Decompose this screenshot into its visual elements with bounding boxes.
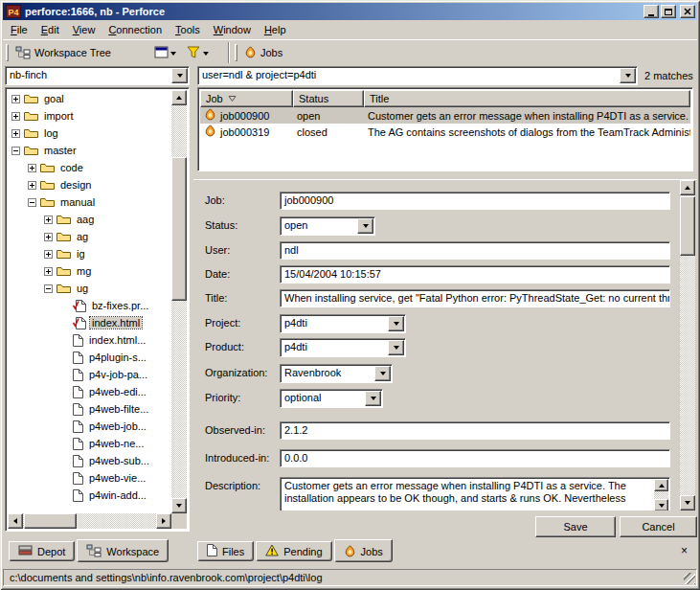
jobs-filter-combo[interactable]: user=ndl & project=p4dti — [197, 66, 638, 85]
expander-icon[interactable] — [44, 233, 53, 241]
close-button[interactable] — [680, 5, 695, 18]
tab-pending[interactable]: Pending — [256, 541, 331, 561]
column-header-title[interactable]: Title — [364, 90, 690, 107]
expander-icon[interactable] — [11, 112, 20, 121]
tree-item-import[interactable]: import — [8, 107, 171, 125]
textarea-scrollbar[interactable] — [654, 479, 668, 511]
dropdown-arrow-icon[interactable] — [388, 340, 404, 355]
form-vscrollbar[interactable] — [680, 180, 695, 511]
dropdown-arrow-icon[interactable] — [620, 68, 636, 83]
column-header-status[interactable]: Status — [293, 90, 364, 107]
tree-item-code[interactable]: code — [8, 159, 171, 176]
pane-close-icon[interactable]: × — [678, 545, 690, 557]
tree-item-design[interactable]: design — [8, 176, 171, 193]
expander-icon[interactable] — [11, 129, 20, 138]
tree-item-p4web-edi[interactable]: p4web-edi... — [8, 383, 171, 400]
tree-item-goal[interactable]: goal — [8, 90, 171, 107]
maximize-button[interactable] — [661, 5, 676, 18]
field-user-input[interactable]: ndl — [280, 241, 670, 260]
expander-icon[interactable] — [44, 284, 53, 293]
save-button[interactable]: Save — [535, 516, 616, 537]
tree-item-p4web-sub[interactable]: p4web-sub... — [8, 452, 171, 469]
tree-item-p4web-job[interactable]: p4web-job... — [8, 418, 171, 435]
expander-icon[interactable] — [44, 216, 53, 224]
tree-item-log[interactable]: log — [8, 125, 171, 142]
scroll-down-button[interactable] — [680, 495, 695, 511]
expander-icon[interactable] — [11, 95, 20, 103]
titlebar[interactable]: P4 perforce:1666, nb - Perforce — [3, 3, 697, 20]
tree-item-master[interactable]: master — [8, 142, 171, 159]
minimize-button[interactable] — [644, 5, 659, 18]
resize-grip[interactable] — [684, 573, 695, 584]
tree-item-ag[interactable]: ag — [8, 228, 171, 245]
scroll-thumb[interactable] — [171, 157, 187, 301]
expander-icon[interactable] — [28, 164, 36, 172]
field-title-input[interactable]: When installing service, get "Fatal Pyth… — [280, 289, 670, 307]
field-date-input[interactable]: 15/04/2004 10:15:57 — [280, 265, 670, 284]
field-priority-select[interactable]: optional — [280, 389, 383, 408]
scroll-down-button[interactable] — [654, 499, 668, 511]
field-observed-in-input[interactable]: 2.1.2 — [280, 421, 670, 440]
filter-button[interactable] — [184, 43, 213, 62]
tab-files[interactable]: Files — [197, 541, 254, 561]
tree-item-bz-fixes-pr[interactable]: bz-fixes.pr... — [8, 297, 171, 314]
tab-depot[interactable]: Depot — [9, 541, 75, 561]
menu-item-file[interactable]: File — [4, 22, 34, 38]
menu-item-view[interactable]: View — [66, 22, 102, 38]
scroll-thumb[interactable] — [24, 513, 77, 529]
scroll-right-button[interactable] — [156, 513, 171, 529]
expander-icon[interactable] — [11, 147, 20, 155]
menu-item-edit[interactable]: Edit — [34, 22, 66, 38]
tree-vscrollbar[interactable] — [171, 90, 187, 513]
expander-icon[interactable] — [28, 198, 36, 207]
dropdown-arrow-icon[interactable] — [357, 218, 373, 234]
tree-item-p4web-filte[interactable]: p4web-filte... — [8, 400, 171, 418]
expander-icon[interactable] — [44, 267, 53, 276]
dropdown-arrow-icon[interactable] — [365, 391, 381, 406]
scroll-down-button[interactable] — [171, 498, 187, 513]
dropdown-arrow-icon[interactable] — [388, 316, 404, 331]
tree-item-ug[interactable]: ug — [8, 280, 171, 297]
field-status-select[interactable]: open — [280, 216, 375, 236]
tree-item-aag[interactable]: aag — [8, 211, 171, 228]
rebar-grip[interactable] — [6, 44, 9, 61]
scroll-thumb[interactable] — [680, 196, 695, 256]
field-introduced-in-input[interactable]: 0.0.0 — [280, 449, 670, 467]
tab-workspace[interactable]: Workspace — [77, 539, 169, 562]
scroll-up-button[interactable] — [654, 479, 668, 491]
column-header-job[interactable]: Job — [200, 90, 293, 107]
tree-item-p4plugin-s[interactable]: p4plugin-s... — [8, 349, 171, 366]
tree-item-index-html[interactable]: index.html... — [8, 331, 171, 349]
field-job-input[interactable]: job000900 — [280, 192, 670, 210]
cancel-button[interactable]: Cancel — [620, 516, 697, 537]
expander-icon[interactable] — [28, 181, 36, 190]
field-product-select[interactable]: p4dti — [280, 338, 406, 357]
scroll-up-button[interactable] — [171, 90, 187, 105]
tree-item-p4win-add[interactable]: p4win-add... — [8, 487, 171, 504]
menu-item-tools[interactable]: Tools — [169, 22, 207, 38]
tree-item-ig[interactable]: ig — [8, 245, 171, 262]
tree-item-p4web-vie[interactable]: p4web-vie... — [8, 469, 171, 487]
field-description-textarea[interactable]: Customer gets an error message when inst… — [280, 477, 670, 511]
tree-item-p4web-ne[interactable]: p4web-ne... — [8, 435, 171, 452]
tab-jobs[interactable]: Jobs — [334, 539, 393, 562]
tree-item-manual[interactable]: manual — [8, 193, 171, 211]
tree-item-mg[interactable]: mg — [8, 262, 171, 280]
scroll-up-button[interactable] — [680, 180, 695, 195]
dropdown-arrow-icon[interactable] — [374, 366, 391, 381]
scroll-left-button[interactable] — [8, 513, 23, 529]
field-organization-select[interactable]: Ravenbrook — [280, 364, 393, 383]
job-row[interactable]: job000900openCustomer gets an error mess… — [200, 107, 690, 124]
rebar-grip[interactable] — [235, 44, 237, 61]
field-project-select[interactable]: p4dti — [280, 314, 406, 333]
tree-item-p4v-job-pa[interactable]: p4v-job-pa... — [8, 366, 171, 383]
menu-item-connection[interactable]: Connection — [102, 22, 169, 38]
tree-item-index-html[interactable]: index.html — [8, 314, 171, 331]
svg-text:P4: P4 — [8, 8, 18, 17]
job-row[interactable]: job000319closedThe AG contains screensho… — [200, 124, 690, 140]
expander-icon[interactable] — [44, 250, 53, 259]
menu-item-window[interactable]: Window — [207, 22, 258, 38]
tree-hscrollbar[interactable] — [8, 513, 171, 529]
menu-item-help[interactable]: Help — [258, 22, 293, 38]
view-options-button[interactable] — [151, 43, 180, 62]
